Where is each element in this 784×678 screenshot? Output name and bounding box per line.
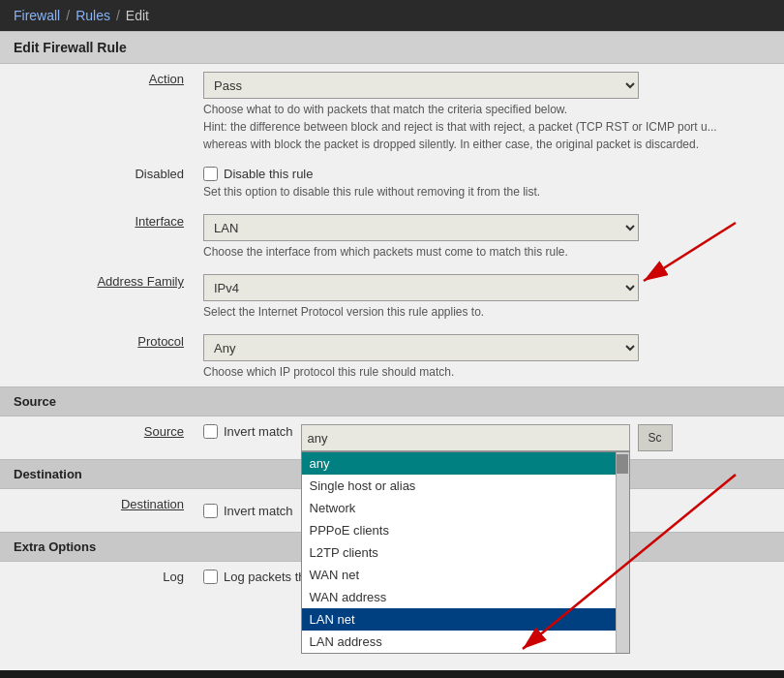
protocol-help: Choose which IP protocol this rule shoul…: [203, 365, 774, 379]
address-family-value-cell: IPv4 IPv6 IPv4+IPv6 Select the Internet …: [194, 266, 784, 326]
action-help1: Choose what to do with packets that matc…: [203, 103, 774, 116]
address-family-select[interactable]: IPv4 IPv6 IPv4+IPv6: [203, 274, 639, 301]
action-value-cell: Pass Block Reject Choose what to do with…: [194, 64, 784, 159]
dropdown-item-any[interactable]: any: [302, 452, 616, 475]
breadcrumb-current: Edit: [126, 8, 149, 23]
destination-invert-row: Invert match: [203, 504, 293, 518]
disabled-checkbox-row: Disable this rule: [203, 167, 774, 181]
interface-label-cell: Interface: [0, 206, 194, 266]
source-button[interactable]: Sc: [638, 424, 673, 451]
destination-label[interactable]: Destination: [121, 497, 184, 511]
destination-invert-label: Invert match: [224, 504, 293, 518]
breadcrumb-sep1: /: [66, 8, 70, 23]
destination-label-cell: Destination: [0, 489, 194, 532]
interface-value-cell: LAN WAN Choose the interface from which …: [194, 206, 784, 266]
dropdown-item-lan-address[interactable]: LAN address: [302, 631, 616, 653]
address-family-label-cell: Address Family: [0, 266, 194, 326]
page-wrapper: Firewall / Rules / Edit Edit Firewall Ru…: [0, 0, 784, 670]
action-help3: whereas with block the packet is dropped…: [203, 138, 774, 151]
disabled-checkbox[interactable]: [203, 167, 218, 181]
log-checkbox[interactable]: [203, 570, 218, 584]
main-content: Edit Firewall Rule Action Pass Block Rej…: [0, 31, 784, 670]
address-family-label[interactable]: Address Family: [97, 274, 184, 289]
protocol-label-cell: Protocol: [0, 326, 194, 386]
dropdown-scrollbar[interactable]: [616, 452, 629, 653]
address-family-help: Select the Internet Protocol version thi…: [203, 305, 774, 319]
source-dropdown[interactable]: any Single host or alias Network PPPoE c…: [301, 451, 630, 654]
dropdown-item-pppoe[interactable]: PPPoE clients: [302, 519, 616, 541]
breadcrumb-firewall[interactable]: Firewall: [14, 8, 60, 23]
protocol-value-cell: Any TCP UDP ICMP Choose which IP protoco…: [194, 326, 784, 386]
breadcrumb-rules[interactable]: Rules: [75, 8, 110, 23]
interface-row: Interface LAN WAN Choose the interface f…: [0, 206, 784, 266]
source-select-display[interactable]: any: [301, 424, 630, 451]
disabled-checkbox-label: Disable this rule: [224, 167, 314, 181]
protocol-label[interactable]: Protocol: [137, 334, 184, 349]
interface-select[interactable]: LAN WAN: [203, 214, 639, 241]
disabled-label: Disabled: [0, 159, 194, 206]
action-row: Action Pass Block Reject Choose what to …: [0, 64, 784, 159]
disabled-help: Set this option to disable this rule wit…: [203, 185, 774, 199]
dropdown-items-area: any Single host or alias Network PPPoE c…: [302, 452, 616, 653]
protocol-select[interactable]: Any TCP UDP ICMP: [203, 334, 639, 361]
protocol-row: Protocol Any TCP UDP ICMP Choose which I…: [0, 326, 784, 386]
source-label-cell: Source: [0, 416, 194, 459]
interface-label[interactable]: Interface: [135, 214, 184, 229]
scrollbar-thumb: [617, 454, 628, 474]
source-row: Source Invert match any: [0, 416, 784, 459]
destination-invert-checkbox[interactable]: [203, 504, 218, 518]
source-select-wrapper: any any Single host or alias Network PP: [301, 424, 630, 451]
dropdown-item-single-host[interactable]: Single host or alias: [302, 475, 616, 497]
source-invert-checkbox[interactable]: [203, 424, 218, 439]
disabled-value-cell: Disable this rule Set this option to dis…: [194, 159, 784, 206]
dropdown-item-l2tp[interactable]: L2TP clients: [302, 541, 616, 564]
action-help2: Hint: the difference between block and r…: [203, 120, 774, 134]
log-label-cell: Log: [0, 562, 194, 592]
action-label: Action: [0, 64, 194, 159]
edit-rule-header: Edit Firewall Rule: [0, 31, 784, 64]
interface-help: Choose the interface from which packets …: [203, 245, 774, 259]
dropdown-item-lan-net[interactable]: LAN net: [302, 608, 616, 631]
source-label[interactable]: Source: [144, 424, 184, 439]
form-table: Action Pass Block Reject Choose what to …: [0, 64, 784, 386]
source-form-table: Source Invert match any: [0, 416, 784, 459]
dropdown-item-network[interactable]: Network: [302, 497, 616, 519]
breadcrumb: Firewall / Rules / Edit: [0, 0, 784, 31]
dropdown-item-wan-address[interactable]: WAN address: [302, 586, 616, 608]
action-select[interactable]: Pass Block Reject: [203, 72, 639, 99]
address-family-row: Address Family IPv4 IPv6 IPv4+IPv6 Selec…: [0, 266, 784, 326]
source-section-header: Source: [0, 386, 784, 416]
source-invert-row: Invert match: [203, 424, 293, 439]
source-invert-label: Invert match: [224, 424, 293, 439]
disabled-row: Disabled Disable this rule Set this opti…: [0, 159, 784, 206]
source-input-row: Invert match any any: [203, 424, 774, 451]
source-value-cell: Invert match any any: [194, 416, 784, 459]
dropdown-item-wan-net[interactable]: WAN net: [302, 564, 616, 586]
breadcrumb-sep2: /: [116, 8, 120, 23]
